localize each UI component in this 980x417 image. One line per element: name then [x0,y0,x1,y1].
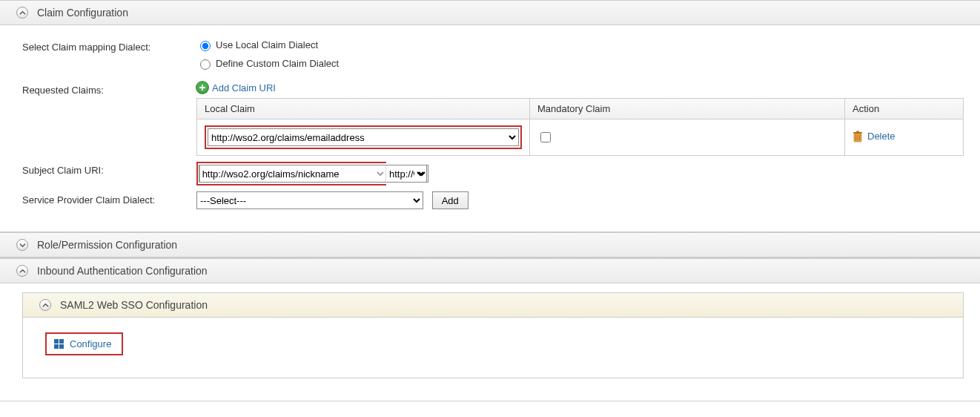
sp-dialect-row: Service Provider Claim Dialect: ---Selec… [22,191,964,209]
claim-configuration-header[interactable]: Claim Configuration [0,1,980,25]
radio-custom-dialect-label: Define Custom Claim Dialect [216,58,339,69]
requested-claims-row: Requested Claims: Add Claim URI Local Cl… [22,82,964,156]
inbound-auth-section: Inbound Authentication Configuration SAM… [0,258,980,401]
local-claim-select[interactable]: http://wso2.org/claims/emailaddress [208,128,519,146]
table-row: http://wso2.org/claims/emailaddress [197,119,964,156]
th-mandatory-claim: Mandatory Claim [530,99,845,119]
inbound-auth-body: SAML2 Web SSO Configuration Configure [0,283,980,401]
section-title: Inbound Authentication Configuration [37,265,208,277]
svg-rect-2 [856,131,859,132]
th-local-claim: Local Claim [197,99,530,119]
role-permission-header[interactable]: Role/Permission Configuration [0,233,980,257]
sp-dialect-select[interactable]: ---Select--- [196,191,423,209]
requested-claims-table: Local Claim Mandatory Claim Action http:… [196,98,964,156]
radio-local-dialect-input[interactable] [200,41,211,51]
saml2-header[interactable]: SAML2 Web SSO Configuration [23,293,963,318]
radio-custom-dialect[interactable]: Define Custom Claim Dialect [196,57,964,70]
subject-claim-row: Subject Claim URI: http://wso2.org/claim… [22,162,964,185]
role-permission-section: Role/Permission Configuration [0,232,980,258]
chevron-up-icon [16,7,28,19]
radio-local-dialect-label: Use Local Claim Dialect [216,39,318,50]
sp-dialect-label: Service Provider Claim Dialect: [22,191,196,206]
requested-claims-label: Requested Claims: [22,82,196,96]
delete-label: Delete [867,131,895,142]
local-claim-highlight: http://wso2.org/claims/emailaddress [205,125,522,149]
saml2-body: Configure [23,318,963,378]
trash-icon [852,131,863,142]
subject-claim-select-real[interactable]: http://wso2.org/claims/nickname [199,165,428,183]
section-title: SAML2 Web SSO Configuration [60,299,208,311]
chevron-down-icon [16,239,28,251]
chevron-up-icon [16,265,28,277]
radio-local-dialect[interactable]: Use Local Claim Dialect [196,39,964,51]
claim-configuration-body: Select Claim mapping Dialect: Use Local … [0,25,980,232]
configure-highlight: Configure [45,332,123,355]
th-action: Action [845,99,964,119]
section-title: Role/Permission Configuration [37,239,177,251]
add-sp-dialect-button[interactable]: Add [432,191,469,209]
claim-configuration-section: Claim Configuration Select Claim mapping… [0,0,980,232]
subject-claim-label: Subject Claim URI: [22,162,196,176]
configure-link[interactable]: Configure [54,338,111,349]
add-claim-uri-link[interactable]: Add Claim URI [196,82,276,93]
mandatory-claim-checkbox[interactable] [540,132,551,142]
chevron-up-icon [39,299,51,311]
section-title: Claim Configuration [37,7,128,19]
dialect-label: Select Claim mapping Dialect: [22,39,196,53]
configure-label: Configure [70,338,111,349]
delete-claim-button[interactable]: Delete [852,131,895,142]
saml2-section: SAML2 Web SSO Configuration Configure [22,292,964,378]
inbound-auth-header[interactable]: Inbound Authentication Configuration [0,259,980,283]
dialect-row: Select Claim mapping Dialect: Use Local … [22,39,964,76]
grid-icon [54,339,64,349]
plus-icon [196,82,208,93]
add-claim-uri-label: Add Claim URI [212,82,276,93]
radio-custom-dialect-input[interactable] [200,59,211,70]
